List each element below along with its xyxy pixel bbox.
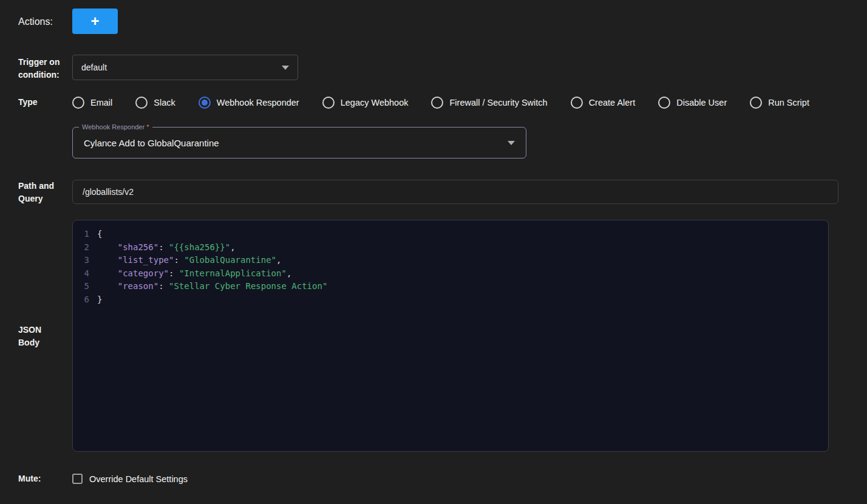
json-editor-lines: 1{2 "sha256": "{{sha256}}",3 "list_type"… xyxy=(73,228,828,306)
override-default-settings-label: Override Default Settings xyxy=(89,474,188,484)
radio-icon xyxy=(199,97,211,109)
type-radio-email[interactable]: Email xyxy=(72,97,112,109)
line-number: 3 xyxy=(73,254,97,267)
radio-label: Disable User xyxy=(676,98,727,107)
checkbox-icon[interactable] xyxy=(72,474,83,484)
radio-label: Email xyxy=(90,98,112,107)
override-default-settings-option[interactable]: Override Default Settings xyxy=(72,474,188,484)
code-line: 3 "list_type": "GlobalQuarantine", xyxy=(73,254,828,267)
radio-icon xyxy=(658,97,670,109)
line-number: 2 xyxy=(73,241,97,254)
radio-label: Firewall / Security Switch xyxy=(449,98,547,107)
type-row: Type EmailSlackWebhook ResponderLegacy W… xyxy=(18,96,867,109)
type-radio-slack[interactable]: Slack xyxy=(135,97,175,109)
radio-icon xyxy=(431,97,443,109)
webhook-responder-field-label: Webhook Responder * xyxy=(79,123,152,131)
code-line: 1{ xyxy=(73,228,828,241)
trigger-condition-label: Trigger on condition: xyxy=(18,55,61,81)
code-line: 4 "category": "InternalApplication", xyxy=(73,267,828,281)
line-content: } xyxy=(97,293,102,307)
code-line: 6} xyxy=(73,293,828,307)
line-content: "list_type": "GlobalQuarantine", xyxy=(97,254,281,267)
type-radio-webhook-responder[interactable]: Webhook Responder xyxy=(199,97,299,109)
radio-icon xyxy=(135,97,148,109)
line-content: "reason": "Stellar Cyber Response Action… xyxy=(97,280,327,293)
trigger-condition-value: default xyxy=(81,63,282,72)
mute-row: Mute: Override Default Settings xyxy=(18,472,867,485)
type-radio-run-script[interactable]: Run Script xyxy=(750,97,809,109)
mute-label: Mute: xyxy=(18,472,61,485)
trigger-row: Trigger on condition: default xyxy=(18,55,867,81)
radio-icon xyxy=(72,97,84,109)
type-radio-group: EmailSlackWebhook ResponderLegacy Webhoo… xyxy=(72,97,832,109)
type-radio-create-alert[interactable]: Create Alert xyxy=(571,97,636,109)
webhook-responder-select[interactable]: Webhook Responder * Cylance Add to Globa… xyxy=(72,127,526,158)
json-body-editor[interactable]: 1{2 "sha256": "{{sha256}}",3 "list_type"… xyxy=(72,220,829,452)
add-action-button[interactable]: + xyxy=(72,9,118,34)
chevron-down-icon xyxy=(508,141,515,145)
line-number: 4 xyxy=(73,267,97,281)
type-radio-firewall-security-switch[interactable]: Firewall / Security Switch xyxy=(431,97,547,109)
code-line: 2 "sha256": "{{sha256}}", xyxy=(73,241,828,254)
type-label: Type xyxy=(18,96,61,109)
trigger-condition-select[interactable]: default xyxy=(72,55,298,80)
required-asterisk: * xyxy=(146,123,149,131)
webhook-spacer xyxy=(18,127,61,128)
path-query-label: Path and Query xyxy=(18,179,61,205)
webhook-responder-row: Webhook Responder * Cylance Add to Globa… xyxy=(18,127,867,158)
radio-label: Webhook Responder xyxy=(217,98,299,107)
chevron-down-icon xyxy=(282,66,289,70)
line-number: 5 xyxy=(73,280,97,293)
code-line: 5 "reason": "Stellar Cyber Response Acti… xyxy=(73,280,828,293)
radio-icon xyxy=(750,97,762,109)
radio-label: Legacy Webhook xyxy=(341,98,409,107)
actions-row: Actions: + xyxy=(18,9,867,34)
line-content: { xyxy=(97,228,102,241)
webhook-responder-value: Cylance Add to GlobalQuarantine xyxy=(84,138,508,148)
path-row: Path and Query xyxy=(18,179,867,205)
line-content: "sha256": "{{sha256}}", xyxy=(97,241,236,254)
path-query-input[interactable] xyxy=(72,180,838,204)
radio-label: Create Alert xyxy=(589,98,636,107)
radio-icon xyxy=(571,97,583,109)
line-number: 6 xyxy=(73,293,97,307)
radio-icon xyxy=(322,97,335,109)
action-config-form: Actions: + Trigger on condition: default… xyxy=(0,0,867,485)
radio-label: Run Script xyxy=(768,98,809,107)
type-radio-legacy-webhook[interactable]: Legacy Webhook xyxy=(322,97,409,109)
radio-label: Slack xyxy=(154,98,175,107)
line-content: "category": "InternalApplication", xyxy=(97,267,291,281)
type-radio-disable-user[interactable]: Disable User xyxy=(658,97,727,109)
json-body-row: JSON Body 1{2 "sha256": "{{sha256}}",3 "… xyxy=(18,220,867,452)
json-body-label: JSON Body xyxy=(18,322,61,349)
actions-label: Actions: xyxy=(18,15,61,28)
line-number: 1 xyxy=(73,228,97,241)
